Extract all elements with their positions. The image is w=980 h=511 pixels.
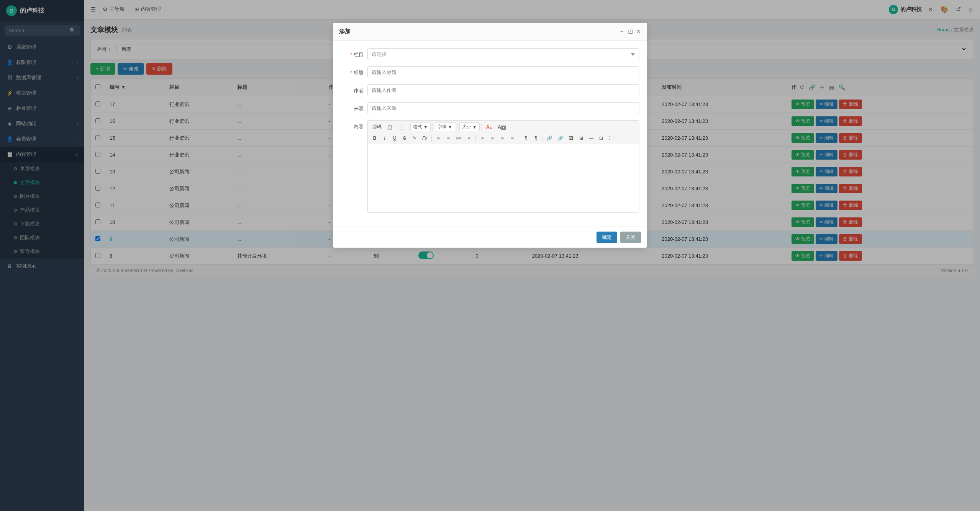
editor-copy-btn[interactable]: 📋 xyxy=(385,123,395,131)
editor-toolbar: 源码 📋 📄 格式 ▼ 字体 ▼ xyxy=(367,120,639,144)
title-input[interactable] xyxy=(367,66,639,78)
editor-align-center-btn[interactable]: ≡ xyxy=(488,134,497,142)
editor-outdent-btn[interactable]: ≡ xyxy=(464,134,474,142)
editor-align-justify-btn[interactable]: ≡ xyxy=(508,134,517,142)
editor-unlink-btn[interactable]: 🔗 xyxy=(556,134,566,142)
editor-size-dropdown[interactable]: 大小 ▼ xyxy=(459,122,480,131)
modal-header: 添加 － ⊡ ✕ xyxy=(333,23,647,41)
form-row-column: 栏目 请选择 行业资讯 公司新闻 xyxy=(341,48,639,60)
column-label: 栏目 xyxy=(341,48,364,58)
editor-italic-btn[interactable]: I xyxy=(380,134,389,142)
editor-area[interactable] xyxy=(367,144,639,213)
modal-maximize-btn[interactable]: ⊡ xyxy=(628,28,633,36)
editor-bold-btn[interactable]: B xyxy=(370,134,379,142)
editor-paste-btn[interactable]: 📄 xyxy=(396,123,406,131)
editor-format-dropdown[interactable]: 格式 ▼ xyxy=(410,122,431,131)
editor-font-color-btn[interactable]: A▲ xyxy=(484,123,495,131)
editor-para-btn[interactable]: ¶ xyxy=(521,134,530,142)
modal-minimize-btn[interactable]: － xyxy=(619,28,625,36)
form-row-author: 作者 xyxy=(341,84,639,96)
editor-image-btn[interactable]: 🖼 xyxy=(567,134,576,142)
editor-ul-btn[interactable]: ≡ xyxy=(444,134,453,142)
source-label: 来源 xyxy=(341,102,364,112)
form-row-content: 内容 源码 📋 📄 格式 ▼ xyxy=(341,120,639,213)
editor-source-btn[interactable]: 源码 xyxy=(370,122,384,132)
modal-footer: 确定 关闭 xyxy=(333,227,647,248)
modal-body: 栏目 请选择 行业资讯 公司新闻 标题 作者 来源 xyxy=(333,41,647,227)
editor-hr-btn[interactable]: — xyxy=(587,134,596,142)
modal-overlay[interactable]: 添加 － ⊡ ✕ 栏目 请选择 行业资讯 公司新闻 标题 xyxy=(0,0,980,511)
editor-wrap: 源码 📋 📄 格式 ▼ 字体 ▼ xyxy=(367,120,639,213)
editor-fullscreen-btn[interactable]: ⛶ xyxy=(606,134,616,142)
editor-pencil-btn[interactable]: ✎ xyxy=(410,134,419,142)
source-input[interactable] xyxy=(367,102,639,114)
modal-close-footer-btn[interactable]: 关闭 xyxy=(620,232,641,243)
editor-bg-color-btn[interactable]: A▼ xyxy=(495,123,508,131)
editor-table-btn[interactable]: ⊞ xyxy=(577,134,586,142)
modal-close-btn[interactable]: ✕ xyxy=(636,28,641,36)
author-input[interactable] xyxy=(367,84,639,96)
confirm-btn[interactable]: 确定 xyxy=(597,232,617,243)
content-label: 内容 xyxy=(341,120,364,130)
editor-underline-btn[interactable]: U xyxy=(390,134,399,142)
editor-indent-btn[interactable]: ≡≡ xyxy=(454,134,464,142)
editor-ol-btn[interactable]: ≡ xyxy=(434,134,443,142)
editor-font-dropdown[interactable]: 字体 ▼ xyxy=(435,122,455,131)
title-label: 标题 xyxy=(341,66,364,76)
editor-special-btn[interactable]: ⊡ xyxy=(597,134,606,142)
editor-link-btn[interactable]: 🔗 xyxy=(544,134,555,142)
form-row-title: 标题 xyxy=(341,66,639,78)
editor-strike-btn[interactable]: S xyxy=(400,134,409,142)
editor-fx-btn[interactable]: Fx xyxy=(420,134,429,142)
editor-para2-btn[interactable]: ¶ xyxy=(531,134,540,142)
editor-align-left-btn[interactable]: ≡ xyxy=(478,134,487,142)
add-modal: 添加 － ⊡ ✕ 栏目 请选择 行业资讯 公司新闻 标题 xyxy=(333,23,647,248)
editor-align-right-btn[interactable]: ≡ xyxy=(498,134,507,142)
modal-title: 添加 xyxy=(339,28,351,35)
form-row-source: 来源 xyxy=(341,102,639,114)
author-label: 作者 xyxy=(341,84,364,94)
column-select[interactable]: 请选择 行业资讯 公司新闻 xyxy=(367,48,639,60)
